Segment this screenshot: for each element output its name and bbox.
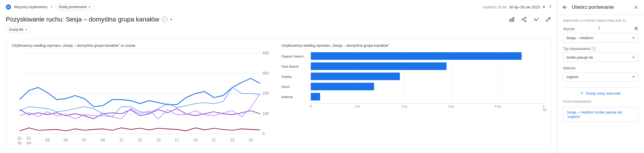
bar	[311, 62, 447, 70]
add-filter-button[interactable]: Dodaj filtr +	[6, 26, 31, 33]
audience-label: Wszyscy użytkownicy	[14, 5, 47, 9]
svg-text:19: 19	[193, 137, 197, 142]
share-icon[interactable]	[521, 17, 527, 22]
add-condition-label: Dodaj nowy warunek	[586, 91, 621, 96]
svg-text:11: 11	[119, 137, 124, 142]
bar	[311, 83, 374, 90]
customize-icon[interactable]	[509, 17, 515, 22]
match-type-value: ściśle pasuje do	[566, 55, 593, 60]
svg-text:300: 300	[262, 71, 269, 76]
svg-text:13: 13	[138, 137, 142, 142]
svg-point-3	[525, 17, 526, 19]
svg-text:01: 01	[27, 136, 31, 141]
note-1: 1	[51, 5, 52, 9]
insights-icon[interactable]	[533, 17, 539, 22]
svg-text:23: 23	[230, 137, 235, 142]
bar	[311, 93, 320, 100]
match-type-label: Typ dopasowania	[563, 47, 590, 51]
plus-icon: +	[26, 28, 28, 32]
svg-rect-0	[510, 19, 511, 21]
svg-point-8	[535, 19, 536, 20]
bar-category-label: Direct	[282, 82, 311, 92]
bar	[311, 52, 522, 60]
date-range-prefix: ostatnich 28 dni	[482, 5, 507, 9]
close-icon[interactable]	[633, 4, 639, 10]
chevron-down-icon: ▼	[632, 56, 635, 59]
match-type-select[interactable]: ściśle pasuje do ▼	[563, 53, 638, 62]
dimension-select[interactable]: Sesja – medium ▼	[563, 33, 638, 43]
bar	[311, 73, 400, 80]
back-icon[interactable]	[562, 4, 568, 10]
plus-icon: +	[88, 5, 90, 9]
plus-icon: +	[580, 91, 583, 96]
value-label: Wartość	[563, 66, 576, 70]
svg-point-9	[536, 20, 537, 21]
note-2: 2	[598, 26, 600, 30]
chevron-down-icon: ▼	[632, 75, 635, 78]
add-comparison-label: Dodaj porównanie	[59, 5, 87, 9]
chevron-down-icon: ▼	[542, 5, 546, 9]
line-chart: 010020030040031lip01sie03050709111315171…	[12, 51, 276, 146]
side-panel-title: Utwórz porównanie	[572, 4, 630, 10]
svg-text:17: 17	[175, 137, 179, 142]
svg-text:0: 0	[262, 131, 265, 136]
svg-text:sie: sie	[26, 140, 31, 145]
svg-text:15: 15	[156, 137, 161, 142]
svg-text:03: 03	[45, 137, 50, 142]
note-3: 3	[549, 4, 551, 8]
bar-category-label: Organic Search	[282, 51, 311, 61]
chevron-down-icon: ▼	[632, 36, 635, 39]
add-filter-label: Dodaj filtr	[9, 28, 24, 32]
date-range-value: 30 lip–26 sie 2023	[509, 5, 540, 9]
bar-x-tick: 3 tys.	[448, 105, 455, 108]
svg-text:100: 100	[262, 111, 269, 116]
svg-text:25: 25	[249, 137, 253, 142]
bar-x-tick: 4 tys.	[495, 105, 502, 108]
svg-text:400: 400	[262, 51, 269, 55]
svg-line-6	[523, 18, 525, 19]
bar-category-label: Paid Search	[282, 61, 311, 71]
bar-x-tick: 2 tys.	[401, 105, 408, 108]
summary-text: Sesja – medium ściśle pasuje do: 'organi…	[563, 107, 638, 122]
svg-text:21: 21	[212, 137, 216, 142]
svg-point-4	[522, 19, 523, 20]
dimension-label: Wymiar	[563, 27, 575, 31]
audience-badge: W	[6, 4, 11, 10]
bar-chart: Organic SearchPaid SearchDisplayDirectRe…	[282, 51, 545, 146]
svg-text:lip: lip	[18, 140, 22, 145]
svg-rect-1	[511, 19, 512, 21]
title-dropdown-icon[interactable]: ▼	[170, 18, 173, 21]
bar-x-tick: 5 tys.	[543, 105, 547, 111]
date-range-picker[interactable]: ostatnich 28 dni 30 lip–26 sie 2023 ▼ 3	[482, 5, 551, 9]
dimension-value: Sesja – medium	[566, 36, 593, 40]
bar-x-tick: 0	[310, 105, 312, 108]
value-value: organic	[566, 75, 579, 79]
conditions-section-label: WARUNKI (UTWÓRZ MAKSYMALNIE 5)	[557, 15, 644, 24]
svg-line-7	[523, 20, 525, 21]
line-chart-title: Użytkownicy według wymiaru „Sesja – domy…	[12, 43, 276, 48]
edit-icon[interactable]	[545, 17, 551, 22]
add-comparison-button[interactable]: Dodaj porównanie +	[55, 3, 94, 10]
svg-text:07: 07	[82, 137, 87, 142]
add-condition-button[interactable]: + Dodaj nowy warunek	[563, 87, 638, 99]
bar-x-tick: 1 tys.	[354, 105, 361, 108]
bar-category-label: Referral	[282, 92, 311, 102]
check-icon[interactable]: ✓	[162, 17, 168, 22]
help-icon[interactable]: ?	[592, 47, 596, 51]
value-select[interactable]: organic ▼	[563, 72, 638, 82]
page-title: Pozyskiwanie ruchu: Sesja – domyślna gru…	[6, 16, 159, 23]
svg-rect-40	[635, 27, 637, 29]
svg-text:200: 200	[262, 91, 269, 96]
svg-point-5	[525, 20, 526, 22]
summary-section-label: PODSUMOWANIE	[557, 99, 644, 105]
bar-category-label: Display	[282, 71, 311, 82]
copy-icon[interactable]	[634, 26, 638, 31]
svg-text:05: 05	[64, 137, 68, 142]
bar-chart-title: Użytkownicy według wymiaru „Sesja – domy…	[282, 43, 545, 48]
svg-text:09: 09	[101, 137, 105, 142]
svg-rect-39	[636, 28, 638, 30]
svg-text:31: 31	[17, 136, 22, 141]
